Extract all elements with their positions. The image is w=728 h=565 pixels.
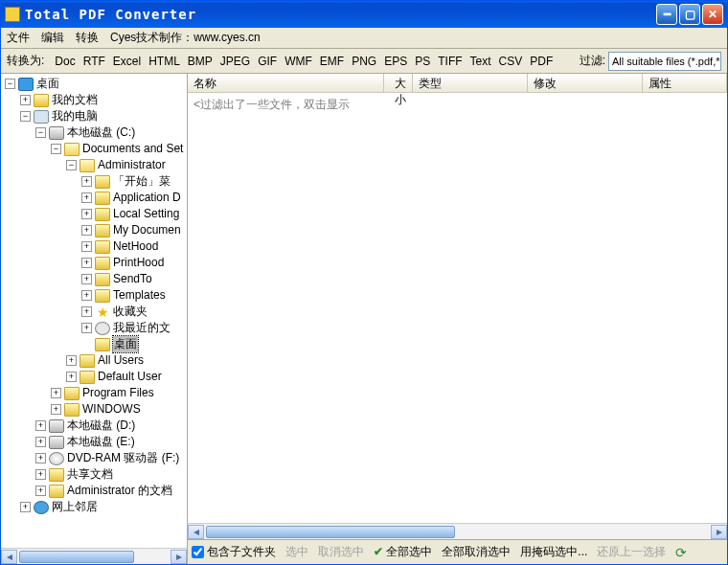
close-button[interactable]: ✕ bbox=[702, 4, 723, 25]
expand-icon[interactable]: + bbox=[51, 404, 61, 415]
tree-network[interactable]: 网上邻居 bbox=[52, 499, 98, 515]
titlebar[interactable]: Total PDF Converter ━ ▢ ✕ bbox=[1, 1, 727, 28]
format-rtf[interactable]: RTF bbox=[80, 54, 109, 69]
expand-icon[interactable]: + bbox=[81, 176, 92, 187]
format-text[interactable]: Text bbox=[466, 54, 495, 69]
expand-icon[interactable]: + bbox=[81, 209, 92, 219]
tree-admin[interactable]: Administrator bbox=[98, 157, 166, 173]
tree-localset[interactable]: Local Setting bbox=[113, 206, 179, 222]
format-pdf[interactable]: PDF bbox=[526, 54, 557, 69]
expand-icon[interactable]: + bbox=[81, 274, 92, 284]
expand-icon[interactable]: + bbox=[81, 225, 92, 236]
tree-docset[interactable]: Documents and Set bbox=[82, 141, 183, 157]
tree-start[interactable]: 「开始」菜 bbox=[113, 173, 171, 190]
col-modified[interactable]: 修改 bbox=[528, 74, 643, 92]
format-gif[interactable]: GIF bbox=[254, 54, 281, 69]
minimize-button[interactable]: ━ bbox=[656, 4, 677, 25]
format-wmf[interactable]: WMF bbox=[281, 54, 316, 69]
expand-icon[interactable]: − bbox=[35, 127, 46, 138]
scroll-thumb[interactable] bbox=[206, 526, 455, 538]
usemask-button[interactable]: 用掩码选中... bbox=[520, 544, 587, 560]
format-jpeg[interactable]: JPEG bbox=[216, 54, 254, 69]
expand-icon[interactable]: + bbox=[81, 306, 92, 317]
checkall-button[interactable]: ✔ 全部选中 bbox=[374, 544, 432, 560]
expand-icon[interactable]: + bbox=[66, 355, 77, 366]
col-attr[interactable]: 属性 bbox=[643, 74, 727, 92]
format-bmp[interactable]: BMP bbox=[184, 54, 216, 69]
tree-defaultuser[interactable]: Default User bbox=[98, 369, 162, 385]
scroll-left-icon[interactable]: ◂ bbox=[1, 550, 17, 564]
expand-icon[interactable]: − bbox=[66, 160, 77, 170]
col-name[interactable]: 名称 bbox=[188, 74, 384, 92]
list-hscroll[interactable]: ◂ ▸ bbox=[188, 523, 727, 539]
menu-help[interactable]: Cyes技术制作：www.cyes.cn bbox=[110, 30, 261, 46]
format-excel[interactable]: Excel bbox=[109, 54, 145, 69]
check-button[interactable]: 选中 bbox=[285, 544, 308, 560]
expand-icon[interactable]: + bbox=[35, 420, 46, 431]
scroll-right-icon[interactable]: ▸ bbox=[711, 525, 727, 539]
tree-printhood[interactable]: PrintHood bbox=[113, 255, 164, 271]
expand-icon[interactable]: + bbox=[51, 388, 61, 398]
expand-icon[interactable]: + bbox=[81, 290, 92, 301]
tree-favorites[interactable]: 收藏夹 bbox=[113, 304, 148, 320]
tree-nethood[interactable]: NetHood bbox=[113, 238, 158, 255]
format-emf[interactable]: EMF bbox=[316, 54, 348, 69]
tree-allusers[interactable]: All Users bbox=[98, 352, 144, 369]
expand-icon[interactable]: + bbox=[81, 192, 92, 203]
tree-drive-e[interactable]: 本地磁盘 (E:) bbox=[67, 434, 135, 450]
format-doc[interactable]: Doc bbox=[51, 54, 79, 69]
expand-icon[interactable]: + bbox=[20, 95, 31, 105]
menu-convert[interactable]: 转换 bbox=[76, 30, 99, 46]
tree-appdata[interactable]: Application D bbox=[113, 190, 181, 206]
menu-edit[interactable]: 编辑 bbox=[41, 30, 64, 46]
col-size[interactable]: 大小 bbox=[384, 74, 413, 92]
format-eps[interactable]: EPS bbox=[380, 54, 411, 69]
tree-progfiles[interactable]: Program Files bbox=[82, 385, 154, 401]
format-ps[interactable]: PS bbox=[411, 54, 434, 69]
tree-dvd[interactable]: DVD-RAM 驱动器 (F:) bbox=[67, 450, 179, 466]
tree-drive-d[interactable]: 本地磁盘 (D:) bbox=[67, 418, 135, 434]
expand-icon[interactable]: + bbox=[35, 453, 46, 463]
expand-icon[interactable]: + bbox=[35, 437, 46, 447]
tree-sendto[interactable]: SendTo bbox=[113, 271, 152, 287]
undo-button[interactable]: 还原上一选择 bbox=[597, 544, 666, 560]
expand-icon[interactable]: − bbox=[5, 79, 15, 89]
format-tiff[interactable]: TIFF bbox=[434, 54, 466, 69]
expand-icon[interactable]: − bbox=[20, 111, 31, 122]
uncheck-button[interactable]: 取消选中 bbox=[318, 544, 364, 560]
format-html[interactable]: HTML bbox=[145, 54, 184, 69]
expand-icon[interactable]: + bbox=[81, 241, 92, 252]
tree-windows[interactable]: WINDOWS bbox=[82, 401, 141, 418]
expand-icon[interactable]: + bbox=[20, 502, 31, 512]
tree-templates[interactable]: Templates bbox=[113, 287, 166, 304]
tree-mydocs[interactable]: 我的文档 bbox=[52, 92, 98, 108]
filter-combo[interactable]: All suitable files (*.pdf,*.p ▾ bbox=[608, 52, 721, 71]
tree-admindocs[interactable]: Administrator 的文档 bbox=[67, 483, 172, 499]
list-body[interactable]: <过滤出了一些文件，双击显示 bbox=[188, 93, 727, 523]
uncheckall-button[interactable]: 全部取消选中 bbox=[442, 544, 511, 560]
tree-recent[interactable]: 我最近的文 bbox=[113, 320, 171, 336]
tree-shared[interactable]: 共享文档 bbox=[67, 466, 113, 483]
expand-icon[interactable]: + bbox=[81, 258, 92, 268]
maximize-button[interactable]: ▢ bbox=[679, 4, 700, 25]
expand-icon[interactable]: + bbox=[35, 469, 46, 480]
include-sub-checkbox[interactable] bbox=[192, 546, 204, 558]
tree-selected[interactable]: 桌面 bbox=[113, 336, 138, 352]
menu-file[interactable]: 文件 bbox=[7, 30, 30, 46]
tree-mypc[interactable]: 我的电脑 bbox=[52, 108, 98, 124]
tree-hscroll[interactable]: ◂ ▸ bbox=[1, 548, 187, 564]
format-csv[interactable]: CSV bbox=[495, 54, 527, 69]
refresh-icon[interactable]: ⟳ bbox=[675, 545, 687, 560]
expand-icon[interactable]: + bbox=[66, 372, 77, 382]
scroll-thumb[interactable] bbox=[19, 551, 134, 563]
expand-icon[interactable]: + bbox=[81, 323, 92, 333]
tree-desktop[interactable]: 桌面 bbox=[36, 76, 59, 92]
scroll-left-icon[interactable]: ◂ bbox=[188, 525, 204, 539]
include-subfolders[interactable]: 包含子文件夹 bbox=[192, 544, 276, 560]
folder-tree[interactable]: −桌面 +我的文档 −我的电脑 −本地磁盘 (C:) −Documents an… bbox=[1, 74, 187, 548]
col-type[interactable]: 类型 bbox=[413, 74, 528, 92]
tree-drive-c[interactable]: 本地磁盘 (C:) bbox=[67, 124, 135, 141]
format-png[interactable]: PNG bbox=[348, 54, 380, 69]
expand-icon[interactable]: + bbox=[35, 486, 46, 496]
expand-icon[interactable]: − bbox=[51, 144, 61, 154]
